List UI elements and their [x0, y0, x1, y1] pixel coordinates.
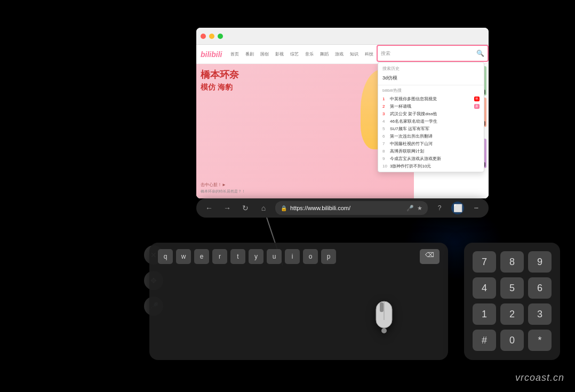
help-button[interactable]: ? — [433, 202, 446, 214]
hot-rank: 7 — [382, 141, 388, 146]
nav-知识[interactable]: 知识 — [348, 50, 361, 58]
browser-window: bilibili 首页 番剧 国创 影视 综艺 音乐 舞蹈 游戏 知识 科技 橋… — [196, 28, 489, 198]
hot-rank: 2 — [382, 104, 388, 109]
browser-toolbar — [196, 28, 489, 45]
search-icon[interactable]: 🔍 — [476, 50, 484, 57]
numpad-2[interactable]: 2 — [500, 303, 524, 325]
forward-button[interactable]: → — [221, 202, 234, 214]
nav-音乐[interactable]: 音乐 — [303, 50, 316, 58]
url-text: https://www.bilibili.com/ — [290, 205, 403, 211]
mouse-cursor-icon — [368, 296, 400, 339]
search-bar[interactable]: 搜索 🔍 — [377, 45, 489, 62]
numpad-9[interactable]: 9 — [528, 251, 552, 273]
hot-rank: 10 — [382, 164, 388, 169]
hot-section: bilibili热搜 1 中英视你多图信息我视觉 热 2 第一杯请哦 新 3 武… — [378, 85, 484, 172]
hot-text: 46名名家联名幼道一学生 — [390, 118, 480, 124]
hot-item-10[interactable]: 10 3放神作打折不到10元 — [382, 162, 480, 170]
home-button[interactable]: ⌂ — [257, 202, 270, 214]
refresh-button[interactable]: ↻ — [239, 202, 252, 214]
numpad-3[interactable]: 3 — [528, 303, 552, 325]
lock-icon: 🔒 — [281, 205, 287, 211]
hot-text: 中英视你多图信息我视觉 — [390, 96, 472, 102]
hot-tag: 热 — [474, 97, 480, 101]
hot-rank: 1 — [382, 97, 388, 101]
keyboard-panel: q w e r t y u i o p ⌫ English (US) Franç… — [149, 243, 448, 360]
key-q[interactable]: q — [158, 249, 173, 264]
search-history-section: 搜索历史 3d仿模 — [378, 62, 484, 85]
search-dropdown: 搜索历史 3d仿模 bilibili热搜 1 中英视你多图信息我视觉 热 2 第… — [378, 62, 484, 172]
more-button[interactable]: ··· — [469, 202, 482, 214]
numpad-8[interactable]: 8 — [500, 251, 524, 273]
numpad-4[interactable]: 4 — [473, 277, 496, 299]
svg-point-4 — [381, 328, 387, 333]
bookmark-icon[interactable]: ★ — [417, 205, 422, 212]
banner-title: 橋本环奈 模仿 海豹 — [201, 69, 239, 92]
hot-rank: 5 — [382, 126, 388, 131]
numpad-1[interactable]: 1 — [473, 303, 496, 325]
hot-tag: 新 — [474, 104, 480, 109]
hot-rank: 8 — [382, 149, 388, 154]
nav-影视[interactable]: 影视 — [273, 50, 286, 58]
hot-item-2[interactable]: 2 第一杯请哦 新 — [382, 102, 480, 110]
screenshot-button[interactable]: ⬜ — [451, 202, 464, 214]
delete-key[interactable]: ⌫ — [420, 249, 440, 264]
banner-subtitle: 击中心脏！► — [201, 182, 226, 188]
hot-item-8[interactable]: 8 高博弄联联网计划 — [382, 147, 480, 155]
search-input-text: 搜索 — [381, 50, 476, 57]
hot-text: 今成言宝从游戏从游戏更新 — [390, 156, 480, 162]
url-bar[interactable]: 🔒 https://www.bilibili.com/ 🎤 ★ — [275, 201, 428, 215]
hot-item-5[interactable]: 5 SU7频车 运军有军军 — [382, 125, 480, 132]
hot-item-9[interactable]: 9 今成言宝从游戏从游戏更新 — [382, 155, 480, 162]
history-label: 搜索历史 — [382, 66, 480, 71]
key-y[interactable]: y — [249, 249, 263, 264]
numpad-5[interactable]: 5 — [500, 277, 524, 299]
browser-content: bilibili 首页 番剧 国创 影视 综艺 音乐 舞蹈 游戏 知识 科技 橋… — [196, 45, 489, 198]
maximize-dot[interactable] — [218, 34, 223, 39]
hot-text: 第一杯请哦 — [390, 103, 472, 109]
key-w[interactable]: w — [176, 249, 191, 264]
key-r[interactable]: r — [212, 249, 227, 264]
nav-首页[interactable]: 首页 — [228, 50, 241, 58]
hot-rank: 6 — [382, 134, 388, 139]
numpad-7[interactable]: 7 — [473, 251, 496, 273]
mic-icon[interactable]: 🎤 — [406, 205, 414, 212]
hot-item-3[interactable]: 3 武汉公安 架子我搜diss他 — [382, 110, 480, 117]
vrcoast-watermark: vrcoast.cn — [515, 372, 564, 383]
bilibili-logo: bilibili — [201, 50, 222, 59]
hot-text: 3放神作打折不到10元 — [390, 163, 480, 169]
numpad-6[interactable]: 6 — [528, 277, 552, 299]
hot-rank: 3 — [382, 111, 388, 116]
numpad-0[interactable]: 0 — [500, 330, 524, 351]
hot-item-6[interactable]: 6 第一次连出所出所翻译 — [382, 132, 480, 140]
svg-rect-3 — [380, 302, 384, 312]
hot-text: 武汉公安 架子我搜diss他 — [390, 111, 480, 117]
hot-rank: 4 — [382, 119, 388, 124]
numpad: 7 8 9 4 5 6 1 2 3 # 0 * — [464, 243, 560, 360]
hot-text: 高博弄联联网计划 — [390, 148, 480, 154]
history-item-1[interactable]: 3d仿模 — [382, 74, 480, 83]
key-o[interactable]: o — [303, 249, 318, 264]
nav-科技[interactable]: 科技 — [363, 50, 376, 58]
hot-item-1[interactable]: 1 中英视你多图信息我视觉 热 — [382, 95, 480, 102]
minimize-dot[interactable] — [209, 34, 214, 39]
hot-label: bilibili热搜 — [382, 87, 480, 93]
nav-国创[interactable]: 国创 — [258, 50, 271, 58]
nav-舞蹈[interactable]: 舞蹈 — [318, 50, 331, 58]
key-p[interactable]: p — [321, 249, 336, 264]
numpad-star[interactable]: * — [528, 330, 552, 351]
nav-游戏[interactable]: 游戏 — [333, 50, 346, 58]
back-button[interactable]: ← — [203, 202, 215, 214]
numpad-hash[interactable]: # — [473, 330, 496, 351]
banner-caption: 橋本环奈的特长居然是？！ — [201, 189, 245, 194]
key-t[interactable]: t — [230, 249, 245, 264]
browser-nav: ← → ↻ ⌂ 🔒 https://www.bilibili.com/ 🎤 ★ … — [196, 198, 489, 218]
hot-item-7[interactable]: 7 中国藤杜视的竹下山河 — [382, 140, 480, 147]
key-u[interactable]: u — [267, 249, 282, 264]
nav-番剧[interactable]: 番剧 — [243, 50, 256, 58]
key-i[interactable]: i — [285, 249, 300, 264]
hot-text: 第一次连出所出所翻译 — [390, 133, 480, 139]
nav-综艺[interactable]: 综艺 — [288, 50, 301, 58]
close-dot[interactable] — [201, 34, 206, 39]
key-e[interactable]: e — [194, 249, 209, 264]
hot-item-4[interactable]: 4 46名名家联名幼道一学生 — [382, 117, 480, 125]
